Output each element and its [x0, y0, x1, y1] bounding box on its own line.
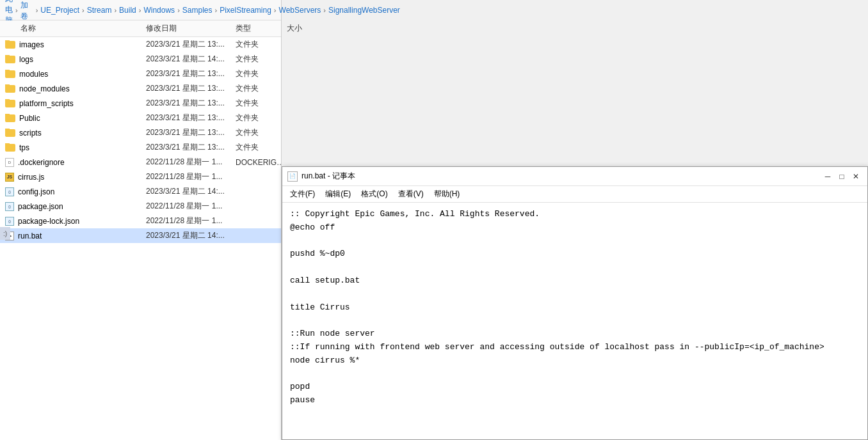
notepad-app-icon: 📄 [287, 171, 298, 182]
notepad-titlebar: 📄 run.bat - 记事本 ─ □ ✕ [282, 167, 867, 186]
json-icon: {} [5, 202, 14, 211]
file-name: {} package-lock.json [5, 217, 146, 226]
notepad-window: 📄 run.bat - 记事本 ─ □ ✕ 文件(F)编辑(E)格式(O)查看(… [282, 166, 868, 440]
address-segment[interactable]: UE_Project [40, 6, 79, 15]
file-name: D .dockerignore [5, 158, 146, 167]
table-row[interactable]: modules 2023/3/21 星期二 13:... 文件夹 [0, 67, 281, 81]
file-date: 2022/11/28 星期一 1... [146, 157, 236, 168]
file-date: 2023/3/21 星期二 14:... [146, 186, 236, 197]
file-name: logs [5, 55, 146, 64]
table-row[interactable]: platform_scripts 2023/3/21 星期二 13:... 文件… [0, 96, 281, 111]
notepad-menu-item[interactable]: 文件(F) [285, 187, 320, 201]
address-segment[interactable]: Stream [87, 6, 112, 15]
col-name[interactable]: 名称 [5, 23, 146, 34]
file-type: 文件夹 [236, 127, 281, 138]
file-date: 2023/3/21 星期二 13:... [146, 98, 236, 109]
folder-icon [5, 144, 15, 152]
file-type: DOCKERIGNORE [236, 158, 281, 167]
col-size[interactable]: 大小 [287, 23, 325, 34]
file-type: 文件夹 [236, 98, 281, 109]
file-name: scripts [5, 129, 146, 138]
file-date: 2022/11/28 星期一 1... [146, 201, 236, 212]
json-icon: {} [5, 187, 14, 196]
file-date: 2022/11/28 星期一 1... [146, 216, 236, 226]
file-type: 文件夹 [236, 68, 281, 79]
json-icon: {} [5, 217, 14, 226]
notepad-menubar: 文件(F)编辑(E)格式(O)查看(V)帮助(H) [282, 186, 867, 203]
folder-icon [5, 85, 15, 93]
docker-icon: D [5, 158, 14, 167]
address-segment[interactable]: Windows [143, 6, 175, 15]
file-name: Public [5, 114, 146, 123]
table-row[interactable]: node_modules 2023/3/21 星期二 13:... 文件夹 [0, 81, 281, 96]
address-bar: 此电脑 › 新加卷 (D:) › UE_Project › Stream › B… [0, 0, 281, 20]
file-type: 文件夹 [236, 142, 281, 153]
folder-icon [5, 70, 15, 78]
file-explorer: 此电脑 › 新加卷 (D:) › UE_Project › Stream › B… [0, 0, 282, 440]
notepad-menu-item[interactable]: 编辑(E) [320, 187, 356, 201]
js-icon: JS [5, 173, 14, 182]
file-date: 2022/11/28 星期一 1... [146, 171, 236, 182]
address-segment[interactable]: Build [119, 6, 136, 15]
address-segment[interactable]: Samples [182, 6, 213, 15]
folder-icon [5, 114, 15, 122]
close-button[interactable]: ✕ [849, 170, 862, 183]
table-row[interactable]: JS cirrus.js 2022/11/28 星期一 1... [0, 169, 281, 184]
file-name: modules [5, 70, 146, 79]
maximize-button[interactable]: □ [835, 170, 848, 183]
folder-icon [5, 41, 15, 49]
titlebar-controls: ─ □ ✕ [821, 170, 862, 183]
file-name: platform_scripts [5, 99, 146, 108]
address-segment[interactable]: SignallingWebServer [328, 6, 400, 15]
notepad-menu-item[interactable]: 格式(O) [356, 187, 392, 201]
address-segment[interactable]: WebServers [279, 6, 321, 15]
file-name: {} package.json [5, 202, 146, 211]
table-row[interactable]: {} package-lock.json 2022/11/28 星期一 1... [0, 214, 281, 228]
table-row[interactable]: images 2023/3/21 星期二 13:... 文件夹 [0, 37, 281, 52]
folder-icon [5, 56, 15, 63]
file-date: 2023/3/21 星期二 13:... [146, 39, 236, 50]
notepad-title: run.bat - 记事本 [301, 171, 817, 182]
file-date: 2023/3/21 星期二 13:... [146, 83, 236, 94]
col-type[interactable]: 类型 [236, 23, 287, 34]
col-date[interactable]: 修改日期 [146, 23, 236, 34]
file-name: node_modules [5, 84, 146, 93]
file-date: 2023/3/21 星期二 13:... [146, 142, 236, 153]
file-name: images [5, 40, 146, 49]
notepad-menu-item[interactable]: 帮助(H) [429, 187, 465, 201]
table-row[interactable]: tps 2023/3/21 星期二 13:... 文件夹 [0, 140, 281, 155]
file-type: 文件夹 [236, 39, 281, 50]
file-date: 2023/3/21 星期二 14:... [146, 230, 236, 241]
notepad-menu-item[interactable]: 查看(V) [393, 187, 429, 201]
minimize-button[interactable]: ─ [821, 170, 834, 183]
file-name: ▶ run.bat [5, 232, 146, 240]
table-row[interactable]: {} config.json 2023/3/21 星期二 14:... [0, 184, 281, 199]
file-date: 2023/3/21 星期二 13:... [146, 127, 236, 138]
table-row[interactable]: logs 2023/3/21 星期二 14:... 文件夹 [0, 52, 281, 67]
folder-icon [5, 100, 15, 107]
file-name: {} config.json [5, 187, 146, 196]
file-date: 2023/3/21 星期二 14:... [146, 54, 236, 65]
table-row[interactable]: {} package.json 2022/11/28 星期一 1... [0, 199, 281, 214]
file-name: tps [5, 143, 146, 152]
table-row[interactable]: Public 2023/3/21 星期二 13:... 文件夹 [0, 111, 281, 125]
file-list: images 2023/3/21 星期二 13:... 文件夹 logs 202… [0, 37, 281, 440]
notepad-content[interactable]: :: Copyright Epic Games, Inc. All Rights… [282, 203, 867, 439]
address-segment[interactable]: PixelStreaming [220, 6, 271, 15]
file-date: 2023/3/21 星期二 13:... [146, 113, 236, 123]
table-row[interactable]: D .dockerignore 2022/11/28 星期一 1... DOCK… [0, 155, 281, 169]
folder-icon [5, 129, 15, 137]
file-type: 文件夹 [236, 113, 281, 123]
file-name: JS cirrus.js [5, 173, 146, 182]
column-headers: 名称 修改日期 类型 大小 [0, 20, 281, 37]
file-date: 2023/3/21 星期二 13:... [146, 68, 236, 79]
table-row[interactable]: ▶ run.bat 2023/3/21 星期二 14:... [0, 228, 281, 243]
table-row[interactable]: scripts 2023/3/21 星期二 13:... 文件夹 [0, 125, 281, 140]
file-type: 文件夹 [236, 83, 281, 94]
file-type: 文件夹 [236, 54, 281, 65]
side-indicator: :) [0, 227, 10, 240]
